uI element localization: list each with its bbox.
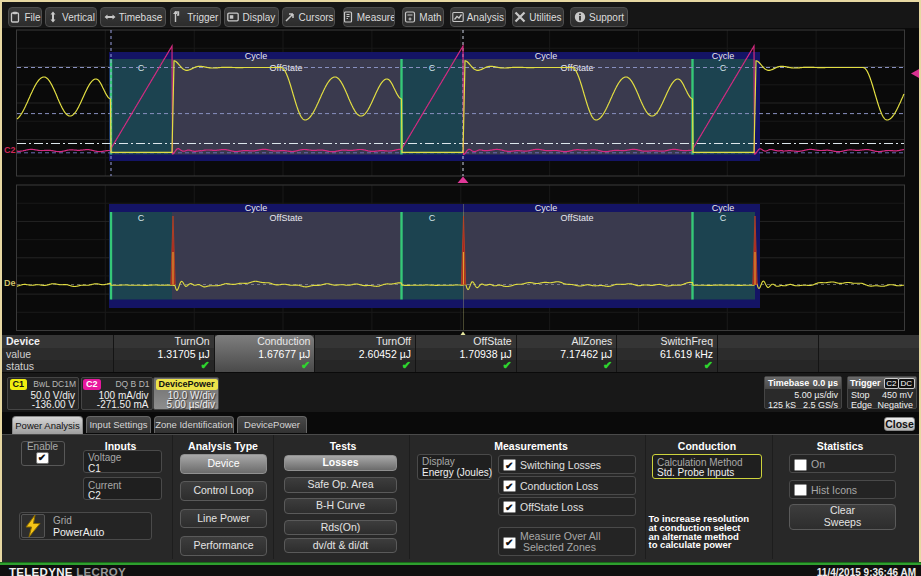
svg-text:Cycle: Cycle (712, 203, 735, 213)
svg-text:C: C (138, 213, 145, 223)
svg-text:Cycle: Cycle (712, 51, 735, 61)
svg-text:C: C (720, 213, 727, 223)
svg-text:Cycle: Cycle (245, 51, 268, 61)
svg-text:OffState: OffState (561, 213, 594, 223)
svg-text:Cycle: Cycle (535, 203, 558, 213)
svg-text:Cycle: Cycle (245, 203, 268, 213)
svg-text:C: C (429, 213, 436, 223)
svg-text:De: De (4, 278, 16, 288)
svg-text:OffState: OffState (270, 213, 303, 223)
svg-text:C2: C2 (4, 145, 16, 155)
svg-text:Cycle: Cycle (535, 51, 558, 61)
